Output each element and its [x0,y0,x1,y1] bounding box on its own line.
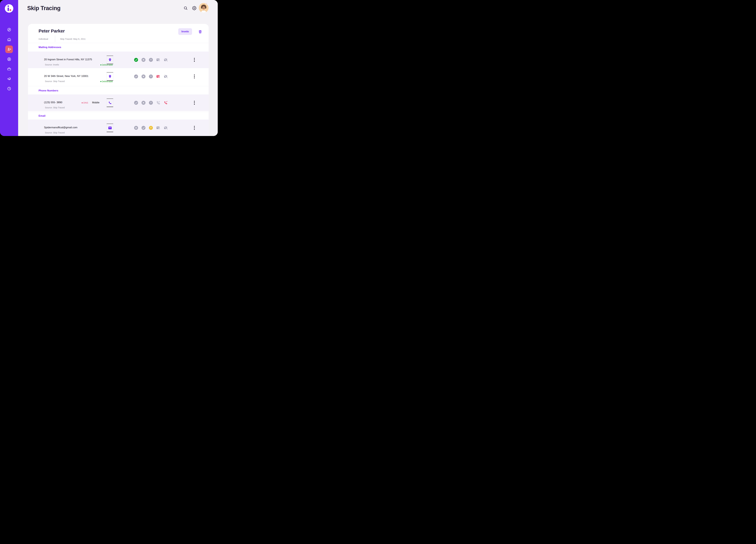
avatar[interactable] [199,3,209,13]
check-icon [135,59,137,61]
page-title: Skip Tracing [27,5,60,11]
sidebar [0,0,18,136]
profile-card-header: Peter Parker Individual Skip Traced: May… [28,24,209,43]
skip-traced-date: Skip Traced: May 6, 2011 [60,38,86,40]
email-button[interactable] [107,124,113,132]
mail-check-icon [156,58,160,62]
search-icon [184,6,188,10]
home-icon [7,37,11,42]
mail-rejected-button[interactable] [164,126,168,130]
logo-i-stem [8,8,9,11]
phone-rejected-button[interactable] [164,101,168,105]
person-name: Peter Parker [39,28,65,34]
source-text: Source: Skip Traced [45,106,65,109]
mail-check-icon [156,75,160,78]
source-text: Source: Skip Traced [45,132,65,134]
mail-rejected-button[interactable] [164,58,168,62]
invalid-x-button[interactable] [142,58,145,62]
check-icon [135,76,137,78]
sidebar-item-contacts[interactable] [5,55,13,63]
check-icon [142,127,145,129]
phone-button[interactable] [107,99,113,107]
mail-verified-button[interactable] [156,75,160,78]
trash-icon [198,30,202,34]
source-text: Source: Invelo [45,64,59,66]
sidebar-item-dashboard[interactable] [5,26,13,33]
mail-rejected-button[interactable] [164,75,168,78]
unknown-question-button[interactable]: ? [149,126,153,130]
settings-button[interactable] [192,6,196,10]
invalid-x-button[interactable] [142,101,145,105]
row-menu-button[interactable] [193,126,196,130]
status-dot-icon [100,64,101,65]
valid-check-button[interactable] [134,75,138,78]
mail-check-icon [156,126,160,130]
map-pin-button[interactable] [107,72,113,81]
logo-i-dot [8,5,9,7]
phone-number-text: (123) 555- 3890 [44,101,62,104]
address-text: 20 W 34th Street, New York, NY 10001 [44,75,88,78]
map-pin-icon [108,58,112,62]
unknown-question-button[interactable]: ? [149,58,153,62]
mailing-address-row: 20 W 34th Street, New York, NY 10001 Sou… [28,68,209,85]
check-icon [135,102,137,104]
valid-check-button[interactable] [134,58,138,62]
map-pin-button[interactable] [107,56,113,64]
email-text: Spidermanoffical@gmail.com [44,126,77,129]
dns-tag: DNS [82,101,88,104]
header-divider [55,35,55,42]
mailing-addresses-section: Mailing Addresses 20 Ingram Street in Fo… [28,43,209,85]
avatar-portrait [199,3,209,13]
sidebar-nav [0,26,18,95]
mail-slash-icon [164,126,168,130]
invalid-x-button[interactable] [134,126,138,130]
phone-check-icon [156,101,160,105]
source-text: Source: Skip Traced [45,80,65,83]
question-icon: ? [150,102,152,104]
sidebar-item-portfolio[interactable] [5,65,13,73]
section-label-mailing: Mailing Addresses [28,43,209,49]
unknown-question-button[interactable]: ? [149,75,153,78]
x-icon [143,76,144,77]
x-icon [135,127,137,129]
phone-number-row: (123) 555- 3890 Source: Skip Traced DNS … [28,95,209,111]
notification-dot[interactable] [206,2,208,4]
valid-check-button[interactable] [134,101,138,105]
invelo-badge[interactable]: Invelo [178,28,192,35]
status-icons: ? [134,58,168,62]
unknown-question-button[interactable]: ? [149,101,153,105]
phone-numbers-section: Phone Numbers (123) 555- 3890 Source: Sk… [28,86,209,111]
app-logo[interactable] [5,4,13,13]
question-icon: ? [150,75,152,78]
phone-slash-icon [164,101,168,105]
row-menu-button[interactable] [193,74,196,79]
mail-icon [108,127,112,129]
section-label-email: Email [28,112,209,117]
row-menu-button[interactable] [193,58,196,62]
map-pin-icon [108,75,112,78]
sidebar-item-home[interactable] [5,36,13,43]
status-icons: ? [134,101,168,105]
invalid-x-button[interactable] [142,75,145,78]
x-icon [143,59,144,61]
valid-check-button[interactable] [142,126,145,130]
address-text: 20 Ingram Street in Forest Hills, NY 113… [44,58,92,61]
search-button[interactable] [184,6,188,10]
question-icon: ? [150,127,152,129]
email-row: Spidermanoffical@gmail.com Source: Skip … [28,120,209,136]
section-label-phones: Phone Numbers [28,86,209,92]
phone-verified-button[interactable] [156,101,160,105]
sidebar-item-history[interactable] [5,85,13,92]
email-section: Email Spidermanoffical@gmail.com Source:… [28,112,209,136]
mail-verified-button[interactable] [156,126,160,130]
clock-icon [7,87,11,91]
row-menu-button[interactable] [193,101,196,105]
delete-button[interactable] [198,30,202,34]
sidebar-item-skip-tracing[interactable] [5,46,13,53]
logo-pink-dot [10,9,11,11]
sidebar-item-marketing[interactable] [5,75,13,83]
gear-icon [192,6,196,10]
mail-verified-button[interactable] [156,58,160,62]
person-add-icon [7,47,11,51]
main-area: Skip Tracing Peter P [18,0,218,136]
